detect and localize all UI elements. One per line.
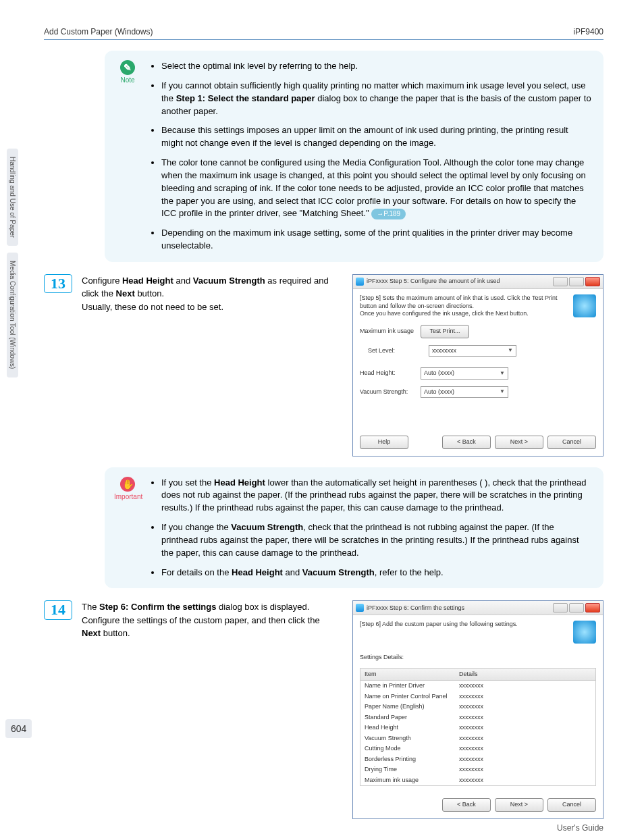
table-header: Item Details: [360, 669, 595, 681]
table-row: Paper Name (English)xxxxxxxx: [360, 702, 595, 712]
label-vacuum: Vacuum Strength:: [360, 388, 421, 397]
chevron-down-icon: ▼: [500, 388, 505, 396]
cell-details: xxxxxxxx: [459, 723, 483, 733]
cell-details: xxxxxxxx: [459, 681, 483, 691]
maximize-icon[interactable]: [569, 277, 584, 286]
table-row: Name in Printer Driverxxxxxxxx: [360, 681, 595, 692]
test-print-button[interactable]: Test Print...: [421, 325, 469, 338]
next-button[interactable]: Next >: [495, 798, 543, 812]
chevron-down-icon: ▼: [508, 346, 513, 355]
important-item: If you change the Vacuum Strength, check…: [161, 521, 591, 560]
dialog-description: [Step 6] Add the custom paper using the …: [360, 621, 568, 629]
label-max-ink: Maximum ink usage: [360, 327, 421, 336]
note-label: Note: [114, 76, 141, 84]
back-button[interactable]: < Back: [442, 798, 491, 812]
step5-dialog: iPFxxxx Step 5: Configure the amount of …: [352, 274, 603, 457]
label-head-height: Head Height:: [360, 369, 421, 378]
important-item: For details on the Head Height and Vacuu…: [161, 567, 591, 579]
header-right: iPF9400: [573, 27, 603, 36]
cell-item: Cutting Mode: [365, 744, 459, 754]
step-number: 13: [44, 274, 72, 293]
product-logo-icon: [573, 294, 596, 317]
cell-item: Drying Time: [365, 765, 459, 775]
table-row: Vacuum Strengthxxxxxxxx: [360, 733, 595, 744]
table-row: Standard Paperxxxxxxxx: [360, 712, 595, 723]
note-item: If you cannot obtain sufficiently high q…: [161, 80, 591, 118]
dialog-title: iPFxxxx Step 5: Configure the amount of …: [367, 277, 552, 286]
cell-item: Maximum ink usage: [365, 776, 459, 785]
cell-details: xxxxxxxx: [459, 755, 483, 764]
settings-details-label: Settings Details:: [360, 653, 596, 662]
page-number: 604: [5, 719, 32, 738]
page-header: Add Custom Paper (Windows) iPF9400: [44, 27, 603, 40]
important-list: If you set the Head Height lower than th…: [151, 477, 591, 579]
cell-item: Standard Paper: [365, 713, 459, 723]
dialog-titlebar: iPFxxxx Step 6: Confirm the settings: [353, 601, 603, 615]
important-callout: ✋ Important If you set the Head Height l…: [105, 467, 603, 589]
cell-details: xxxxxxxx: [459, 692, 483, 702]
note-icon: ✎ Note: [114, 60, 141, 84]
cell-item: Name in Printer Driver: [365, 681, 459, 691]
cell-item: Borderless Printing: [365, 755, 459, 764]
close-icon[interactable]: [585, 603, 600, 613]
table-row: Borderless Printingxxxxxxxx: [360, 754, 595, 765]
minimize-icon[interactable]: [553, 603, 568, 613]
app-icon: [356, 604, 364, 612]
cell-details: xxxxxxxx: [459, 765, 483, 775]
step-number: 14: [44, 600, 72, 619]
important-icon: ✋ Important: [114, 477, 141, 500]
back-button[interactable]: < Back: [442, 436, 491, 449]
help-button[interactable]: Help: [360, 436, 408, 449]
col-item: Item: [365, 670, 459, 679]
table-row: Name on Printer Control Panelxxxxxxxx: [360, 692, 595, 702]
product-logo-icon: [573, 621, 596, 644]
label-set-level: Set Level:: [360, 346, 429, 356]
settings-table: Item Details Name in Printer Driverxxxxx…: [360, 668, 596, 787]
important-item: If you set the Head Height lower than th…: [161, 477, 591, 515]
side-tab-media-config: Media Configuration Tool (Windows): [7, 253, 18, 377]
cell-details: xxxxxxxx: [459, 744, 483, 754]
cell-details: xxxxxxxx: [459, 734, 483, 744]
step-13: 13 Configure Head Height and Vacuum Stre…: [44, 274, 603, 457]
dialog-titlebar: iPFxxxx Step 5: Configure the amount of …: [353, 275, 603, 289]
minimize-icon[interactable]: [553, 277, 568, 286]
side-tabs: Handling and Use of Paper Media Configur…: [7, 149, 20, 384]
step-14: 14 The Step 6: Confirm the settings dial…: [44, 600, 603, 819]
cell-details: xxxxxxxx: [459, 776, 483, 785]
set-level-combo[interactable]: xxxxxxxx▼: [429, 345, 516, 357]
cell-item: Name on Printer Control Panel: [365, 692, 459, 702]
cell-details: xxxxxxxx: [459, 713, 483, 723]
step6-dialog: iPFxxxx Step 6: Confirm the settings [St…: [352, 600, 603, 819]
note-item: Depending on the maximum ink usage setti…: [161, 227, 591, 253]
cell-item: Paper Name (English): [365, 702, 459, 712]
app-icon: [356, 278, 364, 286]
dialog-title: iPFxxxx Step 6: Confirm the settings: [367, 604, 552, 613]
table-row: Head Heightxxxxxxxx: [360, 723, 595, 733]
note-item: The color tone cannot be configured usin…: [161, 157, 591, 220]
page-ref-link[interactable]: →P.189: [371, 209, 406, 220]
head-height-combo[interactable]: Auto (xxxx)▼: [421, 367, 508, 380]
table-row: Cutting Modexxxxxxxx: [360, 744, 595, 754]
vacuum-combo[interactable]: Auto (xxxx)▼: [421, 386, 508, 398]
cell-item: Head Height: [365, 723, 459, 733]
footer-text: User's Guide: [557, 823, 603, 833]
note-item: Because this settings imposes an upper l…: [161, 124, 591, 150]
next-button[interactable]: Next >: [495, 436, 543, 449]
note-callout: ✎ Note Select the optimal ink level by r…: [105, 51, 603, 262]
close-icon[interactable]: [585, 277, 600, 286]
col-details: Details: [459, 670, 478, 679]
hand-icon: ✋: [120, 477, 135, 492]
important-label: Important: [114, 493, 141, 500]
dialog-description: [Step 5] Sets the maximum amount of ink …: [360, 294, 568, 318]
maximize-icon[interactable]: [569, 603, 584, 613]
note-item: Select the optimal ink level by referrin…: [161, 60, 591, 73]
table-row: Drying Timexxxxxxxx: [360, 764, 595, 775]
chevron-down-icon: ▼: [500, 369, 505, 377]
note-list: Select the optimal ink level by referrin…: [151, 60, 591, 253]
cell-item: Vacuum Strength: [365, 734, 459, 744]
step-14-text: The Step 6: Confirm the settings dialog …: [82, 600, 338, 819]
cancel-button[interactable]: Cancel: [547, 798, 596, 812]
cancel-button[interactable]: Cancel: [547, 436, 596, 449]
table-row: Maximum ink usagexxxxxxxx: [360, 775, 595, 786]
side-tab-handling: Handling and Use of Paper: [7, 149, 18, 246]
